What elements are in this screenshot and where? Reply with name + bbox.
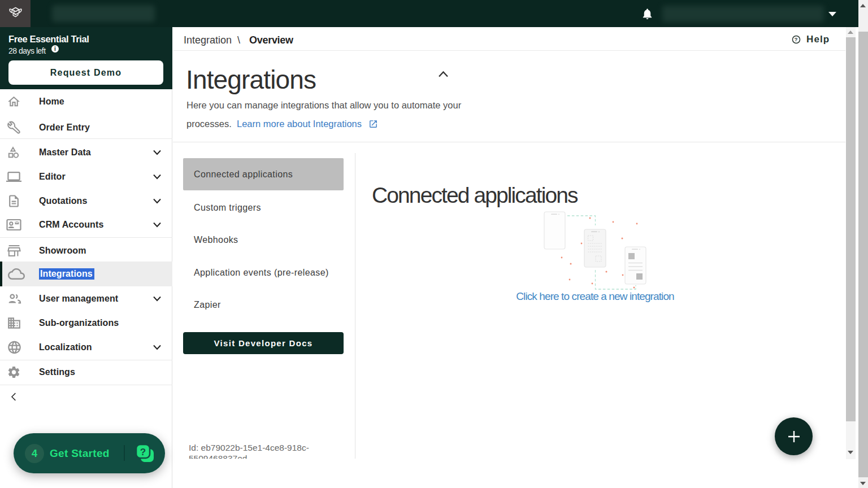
- svg-text:?: ?: [795, 37, 798, 42]
- svg-text:?: ?: [140, 447, 146, 457]
